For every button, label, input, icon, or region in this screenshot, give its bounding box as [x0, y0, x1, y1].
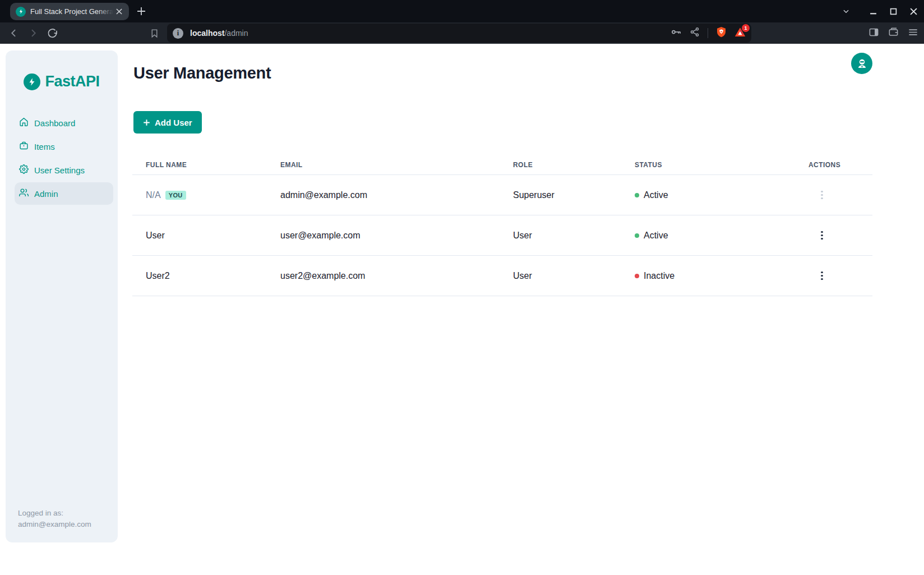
status-dot — [635, 274, 639, 278]
you-badge: YOU — [165, 191, 186, 200]
sidebar-item-label: Dashboard — [34, 118, 75, 128]
fastapi-logo-icon — [24, 73, 40, 90]
rewards-notification-badge: 1 — [742, 24, 750, 32]
status-cell: Active — [644, 231, 668, 241]
url-host: localhost — [190, 29, 224, 38]
row-actions-kebab-icon[interactable] — [813, 227, 831, 245]
fastapi-logo: FastAPI — [6, 73, 118, 90]
add-user-button[interactable]: Add User — [133, 111, 202, 134]
brave-shield-icon[interactable] — [716, 26, 727, 40]
sidebar-item-admin[interactable]: Admin — [15, 182, 113, 205]
forward-icon[interactable] — [25, 25, 41, 42]
site-info-icon[interactable]: i — [173, 28, 183, 39]
tab-title: Full Stack Project Genera — [30, 7, 113, 16]
status-dot — [635, 193, 639, 197]
col-header-full-name: FULL NAME — [132, 161, 280, 169]
briefcase-icon — [19, 141, 29, 152]
status-cell: Active — [644, 190, 668, 200]
astronaut-icon — [856, 58, 868, 70]
url-path: /admin — [224, 29, 248, 38]
passwords-key-icon[interactable] — [671, 26, 682, 40]
sidebar-item-user-settings[interactable]: User Settings — [15, 159, 113, 181]
table-row: User2 user2@example.com User Inactive — [132, 256, 872, 296]
home-icon — [19, 117, 29, 128]
full-name-cell: N/A — [146, 190, 161, 200]
sidebar-item-items[interactable]: Items — [15, 135, 113, 158]
table-row: N/A YOU admin@example.com Superuser Acti… — [132, 175, 872, 215]
url-text[interactable]: localhost/admin — [190, 29, 671, 38]
tab-search-chevron-icon[interactable] — [840, 5, 852, 17]
add-user-label: Add User — [155, 118, 192, 127]
full-name-cell: User — [146, 231, 165, 241]
logged-in-email: admin@example.com — [18, 519, 91, 530]
tab-close-icon[interactable] — [113, 6, 124, 17]
menu-hamburger-icon[interactable] — [908, 27, 918, 40]
plus-icon — [143, 119, 150, 126]
col-header-actions: ACTIONS — [808, 161, 872, 169]
share-icon[interactable] — [690, 27, 700, 39]
address-bar[interactable]: i localhost/admin 1 — [167, 24, 751, 43]
window-close-icon[interactable] — [907, 5, 920, 17]
tab-bar: Full Stack Project Genera — [0, 0, 924, 22]
role-cell: Superuser — [513, 190, 635, 200]
divider — [708, 28, 708, 38]
reload-icon[interactable] — [44, 25, 61, 42]
table-header-row: FULL NAME EMAIL ROLE STATUS ACTIONS — [132, 155, 872, 175]
sidebar-item-label: User Settings — [34, 165, 85, 175]
status-cell: Inactive — [644, 271, 674, 281]
bookmark-icon[interactable] — [146, 25, 163, 42]
window-maximize-icon[interactable] — [887, 5, 899, 17]
browser-toolbar: i localhost/admin 1 — [0, 22, 924, 44]
col-header-status: STATUS — [635, 161, 808, 169]
browser-window: Full Stack Project Genera — [0, 0, 924, 575]
row-actions-kebab-icon[interactable] — [813, 267, 831, 285]
row-actions-kebab-icon — [813, 186, 831, 204]
sidebar-item-dashboard[interactable]: Dashboard — [15, 112, 113, 134]
window-minimize-icon[interactable] — [867, 5, 879, 17]
role-cell: User — [513, 271, 635, 281]
new-tab-icon[interactable] — [135, 4, 148, 18]
col-header-role: ROLE — [513, 161, 635, 169]
col-header-email: EMAIL — [280, 161, 513, 169]
sidebar-nav: Dashboard Items User Settings — [6, 112, 118, 205]
sidebar-item-label: Admin — [34, 189, 58, 199]
role-cell: User — [513, 231, 635, 241]
email-cell: user2@example.com — [280, 271, 513, 281]
full-name-cell: User2 — [146, 271, 170, 281]
gear-icon — [19, 164, 29, 176]
users-icon — [19, 188, 29, 199]
logged-in-label: Logged in as: — [18, 508, 91, 519]
email-cell: admin@example.com — [280, 190, 513, 200]
user-menu-button[interactable] — [851, 53, 872, 74]
main-content: User Management Add User FULL NAME EMAIL — [128, 44, 924, 575]
wallet-icon[interactable] — [888, 27, 899, 40]
sidebar-item-label: Items — [34, 142, 55, 151]
page-title: User Management — [133, 64, 271, 82]
browser-tab[interactable]: Full Stack Project Genera — [10, 3, 129, 20]
fastapi-favicon-icon — [16, 7, 26, 17]
brave-rewards-icon[interactable]: 1 — [734, 27, 746, 40]
status-dot — [635, 233, 639, 238]
sidebar: FastAPI Dashboard Items — [6, 50, 118, 542]
fastapi-logo-text: FastAPI — [45, 73, 99, 90]
table-row: User user@example.com User Active — [132, 215, 872, 256]
email-cell: user@example.com — [280, 231, 513, 241]
sidebar-toggle-icon[interactable] — [868, 27, 879, 40]
page-body: FastAPI Dashboard Items — [0, 44, 924, 575]
logged-in-info: Logged in as: admin@example.com — [18, 508, 91, 530]
back-icon[interactable] — [6, 25, 22, 42]
users-table: FULL NAME EMAIL ROLE STATUS ACTIONS N/A … — [132, 155, 872, 296]
